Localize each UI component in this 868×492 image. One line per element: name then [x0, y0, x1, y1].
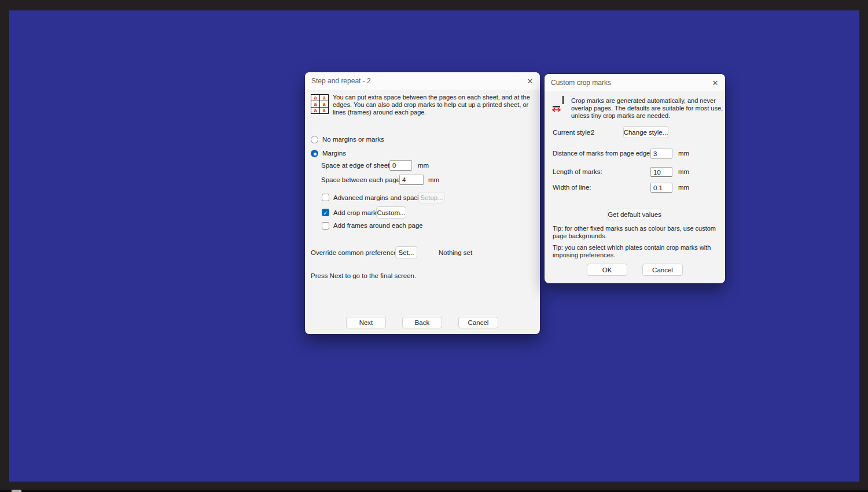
width-input[interactable]: [650, 183, 672, 193]
custom-button[interactable]: Custom...: [376, 206, 406, 219]
distance-unit: mm: [678, 150, 689, 157]
checkbox-icon[interactable]: [322, 222, 329, 230]
radio-icon[interactable]: [311, 150, 318, 157]
cancel-button[interactable]: Cancel: [458, 317, 498, 328]
footer-note: Press Next to go to the final screen.: [311, 272, 416, 279]
space-edge-unit-row: mm: [418, 160, 429, 171]
taskbar-fragment: [12, 490, 21, 492]
get-default-values-button[interactable]: Get default values: [608, 209, 661, 220]
current-style-label: Current style:: [553, 129, 592, 136]
radio-no-margins[interactable]: No margins or marks: [311, 135, 384, 143]
setup-button: Setup...: [418, 192, 445, 204]
crop-dialog-title: Custom crop marks: [545, 79, 611, 87]
radio-label[interactable]: Margins: [322, 150, 346, 157]
current-style-row: Current style:: [553, 126, 592, 138]
checkbox-icon[interactable]: [322, 209, 329, 216]
page-grid-cell: a: [320, 108, 328, 113]
page-grid-cell: a: [320, 101, 328, 107]
step-dialog-titlebar[interactable]: Step and repeat - 2 ✕: [305, 72, 540, 90]
space-between-input[interactable]: [399, 175, 424, 185]
checkbox-advanced-margins[interactable]: Advanced margins and spacing: [322, 191, 426, 204]
ok-button[interactable]: OK: [587, 264, 627, 276]
space-edge-input[interactable]: [389, 160, 412, 171]
override-label: Override common preferences: [311, 249, 400, 256]
space-between-label: Space between each page:: [321, 176, 402, 183]
radio-label[interactable]: No margins or marks: [322, 136, 384, 143]
distance-input[interactable]: [650, 149, 672, 158]
screen: Step and repeat - 2 ✕ a a a a a a You ca…: [0, 0, 868, 492]
page-grid-cell: a: [311, 95, 319, 101]
space-edge-row: Space at edge of sheet:: [321, 160, 391, 171]
checkbox-label[interactable]: Add crop marks: [333, 209, 380, 216]
length-row: Length of marks:: [553, 167, 602, 177]
distance-row: Distance of marks from page edge:: [553, 148, 652, 158]
crop-mark-distance-icon: [551, 95, 568, 112]
length-unit-row: mm: [678, 167, 689, 177]
change-style-button[interactable]: Change style...: [623, 126, 668, 138]
tip-colour-bars: Tip: for other fixed marks such as colou…: [553, 225, 722, 240]
width-unit: mm: [678, 184, 689, 191]
step-dialog-title: Step and repeat - 2: [305, 77, 371, 85]
close-icon[interactable]: ✕: [705, 74, 725, 91]
length-label: Length of marks:: [553, 168, 602, 175]
distance-label: Distance of marks from page edge:: [553, 150, 652, 157]
crop-dialog-titlebar[interactable]: Custom crop marks ✕: [545, 74, 725, 91]
close-icon[interactable]: ✕: [520, 72, 540, 90]
radio-margins[interactable]: Margins: [311, 149, 346, 157]
override-row: Override common preferences: [311, 246, 400, 258]
page-grid-cell: a: [320, 95, 328, 101]
space-edge-label: Space at edge of sheet:: [321, 162, 391, 169]
current-style-value: 2: [591, 129, 594, 136]
next-button[interactable]: Next: [346, 317, 386, 328]
space-between-row: Space between each page:: [321, 175, 402, 185]
bottom-edge-strip: [0, 490, 868, 492]
page-grid-cell: a: [311, 108, 319, 113]
width-label: Width of line:: [553, 184, 591, 191]
radio-icon[interactable]: [311, 136, 318, 143]
custom-crop-marks-dialog: Custom crop marks ✕ Crop marks are gener…: [545, 74, 725, 283]
space-between-unit-row: mm: [428, 175, 439, 185]
distance-unit-row: mm: [678, 148, 689, 158]
page-grid-icon: a a a a a a: [311, 94, 329, 114]
cancel-button[interactable]: Cancel: [642, 264, 683, 276]
back-button[interactable]: Back: [402, 317, 442, 328]
space-edge-unit: mm: [418, 162, 429, 169]
page-grid-cell: a: [311, 101, 319, 107]
crop-dialog-intro: Crop marks are generated automatically, …: [571, 97, 724, 120]
checkbox-icon[interactable]: [322, 194, 329, 201]
step-and-repeat-dialog: Step and repeat - 2 ✕ a a a a a a You ca…: [305, 72, 540, 334]
checkbox-label[interactable]: Add frames around each page: [333, 222, 423, 229]
checkbox-label[interactable]: Advanced margins and spacing: [333, 194, 426, 201]
current-style-value-row: 2: [591, 126, 594, 138]
override-status-row: Nothing set: [439, 246, 472, 258]
length-input[interactable]: [650, 167, 672, 177]
override-status: Nothing set: [439, 249, 472, 256]
space-between-unit: mm: [428, 176, 439, 183]
width-unit-row: mm: [678, 182, 689, 193]
width-row: Width of line:: [553, 182, 591, 193]
set-button[interactable]: Set...: [395, 246, 417, 258]
length-unit: mm: [678, 168, 689, 175]
step-dialog-intro: You can put extra space between the page…: [333, 94, 538, 117]
checkbox-add-frames[interactable]: Add frames around each page: [322, 221, 423, 230]
tip-plates: Tip: you can select which plates contain…: [553, 244, 722, 259]
checkbox-add-crop-marks[interactable]: Add crop marks: [322, 206, 380, 219]
